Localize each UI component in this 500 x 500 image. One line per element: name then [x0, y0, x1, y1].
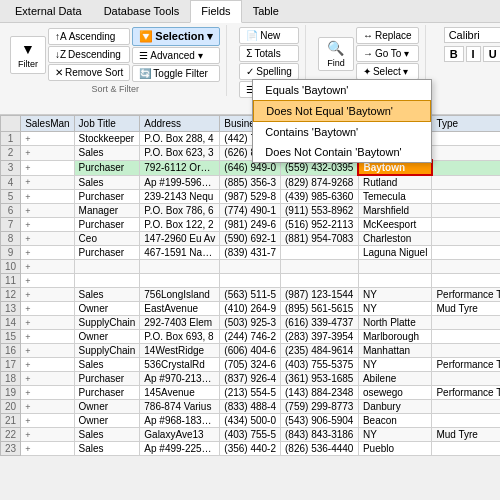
city-cell: Marshfield [358, 204, 432, 218]
expand-button[interactable]: + [21, 190, 74, 204]
tab-table[interactable]: Table [242, 0, 290, 22]
replace-button[interactable]: ↔ Replace [356, 27, 419, 44]
expand-button[interactable]: + [21, 246, 74, 260]
tab-database-tools[interactable]: Database Tools [93, 0, 191, 22]
table-body: 1+StockkeeperP.O. Box 288, 4(442) 760-4(… [1, 132, 501, 456]
spelling-button[interactable]: ✓ Spelling [239, 63, 299, 80]
mobile-phone-cell: (235) 484-9614 [281, 344, 359, 358]
header-jobtitle[interactable]: Job Title [74, 116, 140, 132]
tab-fields[interactable]: Fields [190, 0, 241, 23]
new-button[interactable]: 📄 New [239, 27, 299, 44]
header-type[interactable]: Type [432, 116, 500, 132]
expand-button[interactable]: + [21, 232, 74, 246]
type-cell [432, 132, 500, 146]
type-cell [432, 260, 500, 274]
job-title-cell: Sales [74, 358, 140, 372]
header-salesman[interactable]: SalesMan [21, 116, 74, 132]
mobile-phone-cell [281, 246, 359, 260]
expand-button[interactable]: + [21, 132, 74, 146]
city-cell: McKeesport [358, 218, 432, 232]
job-title-cell: Sales [74, 146, 140, 161]
goto-button[interactable]: → Go To ▾ [356, 45, 419, 62]
expand-button[interactable]: + [21, 288, 74, 302]
expand-button[interactable]: + [21, 372, 74, 386]
remove-sort-button[interactable]: ✕ Remove Sort [48, 64, 130, 81]
row-number: 18 [1, 372, 21, 386]
tab-external-data[interactable]: External Data [4, 0, 93, 22]
expand-button[interactable]: + [21, 330, 74, 344]
expand-button[interactable]: + [21, 428, 74, 442]
header-address[interactable]: Address [140, 116, 220, 132]
dropdown-item-not-contains[interactable]: Does Not Contain 'Baytown' [253, 142, 431, 162]
business-cell: (410) 264-9 [220, 302, 281, 316]
dropdown-item-equals[interactable]: Equals 'Baytown' [253, 80, 431, 100]
filter-button[interactable]: ▼ Filter [10, 36, 46, 74]
address-cell: P.O. Box 288, 4 [140, 132, 220, 146]
mobile-phone-cell [281, 274, 359, 288]
type-cell [432, 160, 500, 175]
expand-button[interactable]: + [21, 358, 74, 372]
dropdown-item-not-equals[interactable]: Does Not Equal 'Baytown' [253, 100, 431, 122]
totals-button[interactable]: Σ Totals [239, 45, 299, 62]
expand-button[interactable]: + [21, 175, 74, 190]
ascending-button[interactable]: ↑A Ascending [48, 28, 130, 45]
mobile-phone-cell: (911) 553-8962 [281, 204, 359, 218]
mobile-phone-cell: (283) 397-3954 [281, 330, 359, 344]
job-title-cell: Sales [74, 442, 140, 456]
descending-button[interactable]: ↓Z Descending [48, 46, 130, 63]
type-cell [432, 372, 500, 386]
expand-button[interactable]: + [21, 218, 74, 232]
dropdown-item-contains[interactable]: Contains 'Baytown' [253, 122, 431, 142]
expand-button[interactable]: + [21, 260, 74, 274]
italic-button[interactable]: I [466, 46, 481, 62]
address-cell: EastAvenue [140, 302, 220, 316]
expand-button[interactable]: + [21, 204, 74, 218]
type-cell [432, 442, 500, 456]
mobile-phone-cell: (543) 906-5904 [281, 414, 359, 428]
expand-button[interactable]: + [21, 316, 74, 330]
select-button[interactable]: ✦ Select ▾ [356, 63, 419, 80]
job-title-cell: Purchaser [74, 218, 140, 232]
type-cell [432, 146, 500, 161]
toggle-filter-button[interactable]: 🔄 Toggle Filter [132, 65, 220, 82]
business-cell: (563) 511-5 [220, 288, 281, 302]
job-title-cell: Purchaser [74, 160, 140, 175]
expand-button[interactable]: + [21, 302, 74, 316]
mobile-phone-cell: (616) 339-4737 [281, 316, 359, 330]
type-cell: Performance T [432, 288, 500, 302]
address-cell: 14WestRidge [140, 344, 220, 358]
advanced-button[interactable]: ☰ Advanced ▾ [132, 47, 220, 64]
expand-button[interactable]: + [21, 160, 74, 175]
underline-button[interactable]: U [483, 46, 500, 62]
business-cell: (434) 500-0 [220, 414, 281, 428]
city-cell: osewego [358, 386, 432, 400]
type-cell [432, 330, 500, 344]
address-cell: 239-2143 Nequ [140, 190, 220, 204]
mobile-phone-cell: (881) 954-7083 [281, 232, 359, 246]
expand-button[interactable]: + [21, 146, 74, 161]
job-title-cell [74, 274, 140, 288]
address-cell: 467-1591 Nam... [140, 246, 220, 260]
bold-button[interactable]: B [444, 46, 464, 62]
table-row: 17+Sales536CrystalRd(705) 324-6(403) 755… [1, 358, 501, 372]
table-row: 7+PurchaserP.O. Box 122, 2(981) 249-6(51… [1, 218, 501, 232]
expand-button[interactable]: + [21, 400, 74, 414]
city-cell: Pueblo [358, 442, 432, 456]
selection-button[interactable]: 🔽 Selection ▾ [132, 27, 220, 46]
expand-button[interactable]: + [21, 274, 74, 288]
find-button[interactable]: 🔍 Find [318, 37, 354, 71]
expand-button[interactable]: + [21, 442, 74, 456]
expand-button[interactable]: + [21, 386, 74, 400]
business-cell: (606) 404-6 [220, 344, 281, 358]
expand-button[interactable]: + [21, 414, 74, 428]
type-cell [432, 414, 500, 428]
business-cell [220, 260, 281, 274]
mobile-phone-cell: (361) 953-1685 [281, 372, 359, 386]
table-row: 10+NY [1, 260, 501, 274]
type-cell [432, 204, 500, 218]
table-row: 6+ManagerP.O. Box 786, 6(774) 490-1(911)… [1, 204, 501, 218]
font-name-input[interactable] [444, 27, 500, 43]
row-number: 17 [1, 358, 21, 372]
expand-button[interactable]: + [21, 344, 74, 358]
table-row: 11+NY [1, 274, 501, 288]
